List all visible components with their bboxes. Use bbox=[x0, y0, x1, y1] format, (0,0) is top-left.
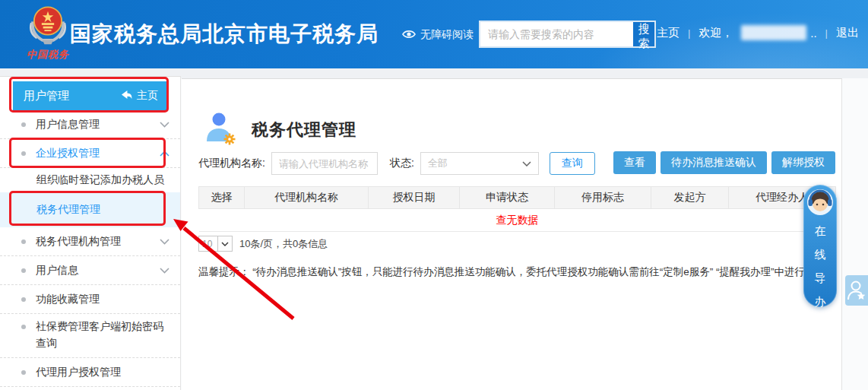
page-title: 税务代理管理 bbox=[252, 119, 356, 141]
sidebar-item-label: 组织临时登记添加办税人员 bbox=[36, 173, 164, 187]
view-button[interactable]: 查看 bbox=[613, 151, 656, 174]
sidebar-item-label: 代理用户授权管理 bbox=[36, 366, 121, 379]
tip-text: 温馨提示： “待办消息推送确认”按钮，只能进行待办消息推送功能确认，委托代理授权… bbox=[198, 265, 806, 279]
logout-link[interactable]: 退出 bbox=[836, 26, 859, 40]
sidebar-item-label: 功能收藏管理 bbox=[36, 293, 100, 306]
bullet-icon bbox=[21, 122, 26, 127]
query-button[interactable]: 查询 bbox=[550, 152, 595, 175]
reply-arrow-icon bbox=[121, 90, 132, 102]
agency-table: 选择 代理机构名称 授权日期 申请状态 停用标志 发起方 代理经办人 查无数据 bbox=[198, 186, 836, 232]
eye-icon bbox=[402, 29, 416, 42]
col-initiator: 发起方 bbox=[651, 187, 729, 209]
sidebar-item-social-insurance-password[interactable]: 社保费管理客户端初始密码查询 bbox=[0, 314, 180, 358]
page-size-select[interactable]: 10 bbox=[198, 236, 233, 252]
sidebar-item-user-info[interactable]: 用户信息 bbox=[0, 256, 180, 285]
col-select: 选择 bbox=[199, 187, 245, 209]
masked-username bbox=[741, 25, 806, 40]
header-search: 搜索 bbox=[479, 21, 656, 48]
sidebar-item-label: 社保费管理客户端初始密码查询 bbox=[36, 319, 169, 351]
col-agency-name: 代理机构名称 bbox=[245, 187, 369, 209]
sidebar-item-label: 税务代理管理 bbox=[36, 203, 100, 217]
main-content: 税务代理管理 代理机构名称: 状态: 全部 查询 查看 待办消息推送确认 解绑授… bbox=[182, 78, 842, 390]
bullet-icon bbox=[21, 268, 26, 273]
chevron-down-icon bbox=[160, 239, 169, 245]
accessibility-label: 无障碍阅读 bbox=[420, 28, 474, 42]
header-bar: 中国税务 国家税务总局北京市电子税务局 无障碍阅读 搜索 主页 | 欢迎， ..… bbox=[0, 0, 868, 68]
col-disabled-flag: 停用标志 bbox=[555, 187, 651, 209]
guide-char: 导 bbox=[815, 271, 826, 286]
bullet-icon bbox=[21, 151, 26, 156]
sidebar-item-temp-registration-add-staff[interactable]: 组织临时登记添加办税人员 bbox=[0, 168, 180, 192]
nav-divider: | bbox=[825, 27, 828, 39]
sidebar-section-user-management[interactable]: 用户管理 主页 bbox=[13, 81, 167, 110]
sidebar-item-tax-agency-management[interactable]: 税务代理管理 bbox=[0, 192, 180, 227]
bullet-icon bbox=[21, 239, 26, 244]
sidebar-item-label: 企业授权管理 bbox=[36, 147, 100, 160]
sidebar-item-label: 用户信息 bbox=[36, 264, 78, 277]
sidebar: 用户管理 主页 用户信息管理 企业授权管理 bbox=[0, 76, 181, 390]
guide-char: 办 bbox=[815, 295, 826, 309]
bullet-icon bbox=[21, 297, 26, 302]
sidebar-item-tax-agency-org-management[interactable]: 税务代理机构管理 bbox=[0, 227, 180, 256]
sidebar-home-link[interactable]: 主页 bbox=[121, 89, 158, 103]
agency-name-label: 代理机构名称: bbox=[198, 157, 265, 170]
guide-char: 线 bbox=[815, 248, 826, 262]
person-gear-icon bbox=[203, 111, 238, 149]
status-label: 状态: bbox=[390, 157, 414, 170]
tax-emblem-icon bbox=[26, 36, 70, 49]
filter-row: 代理机构名称: 状态: 全部 查询 bbox=[198, 151, 595, 176]
unbind-authorization-button[interactable]: 解绑授权 bbox=[771, 151, 835, 174]
bullet-icon bbox=[21, 325, 26, 329]
bullet-icon bbox=[21, 370, 26, 375]
status-select-value: 全部 bbox=[428, 157, 448, 170]
col-application-status: 申请状态 bbox=[460, 187, 555, 209]
app-root: 中国税务 国家税务总局北京市电子税务局 无障碍阅读 搜索 主页 | 欢迎， ..… bbox=[0, 0, 868, 390]
sidebar-home-label: 主页 bbox=[137, 89, 158, 103]
guide-char: 在 bbox=[815, 224, 826, 239]
pending-message-confirm-button[interactable]: 待办消息推送确认 bbox=[661, 151, 767, 174]
page-size-value: 10 bbox=[199, 236, 217, 251]
assistant-avatar-icon bbox=[806, 189, 834, 219]
online-guide-widget[interactable]: 在 线 导 办 bbox=[803, 185, 837, 307]
table-empty-row: 查无数据 bbox=[199, 209, 836, 232]
sidebar-item-agent-user-authorization[interactable]: 代理用户授权管理 bbox=[0, 358, 180, 387]
agency-name-input[interactable] bbox=[271, 152, 378, 175]
sidebar-item-label: 用户信息管理 bbox=[36, 118, 100, 132]
sidebar-item-favorites-management[interactable]: 功能收藏管理 bbox=[0, 285, 180, 314]
chevron-down-icon[interactable] bbox=[217, 236, 232, 251]
chevron-down-icon bbox=[160, 268, 169, 274]
action-buttons: 查看 待办消息推送确认 解绑授权 bbox=[613, 151, 835, 174]
logo-caption: 中国税务 bbox=[15, 48, 81, 62]
page-head: 税务代理管理 bbox=[203, 111, 356, 149]
chevron-down-icon bbox=[522, 161, 531, 166]
status-select[interactable]: 全部 bbox=[420, 152, 539, 175]
welcome-label: 欢迎， bbox=[699, 26, 733, 40]
person-star-icon[interactable] bbox=[845, 275, 868, 306]
guide-divider bbox=[809, 316, 832, 317]
header-nav: 主页 | 欢迎， .. | 退出 bbox=[657, 25, 859, 40]
pagination-summary: 10条/页，共0条信息 bbox=[239, 237, 328, 251]
accessibility-link[interactable]: 无障碍阅读 bbox=[402, 28, 474, 42]
chevron-down-icon bbox=[160, 122, 169, 128]
sidebar-menu: 用户信息管理 企业授权管理 组织临时登记添加办税人员 税务代理管理 税务 bbox=[0, 110, 180, 387]
chevron-up-icon bbox=[160, 151, 169, 157]
search-input[interactable] bbox=[480, 22, 633, 46]
search-button[interactable]: 搜索 bbox=[633, 22, 654, 46]
sidebar-section-title: 用户管理 bbox=[24, 89, 69, 103]
masked-username-suffix: .. bbox=[810, 27, 816, 40]
sidebar-item-enterprise-authorization[interactable]: 企业授权管理 bbox=[0, 139, 180, 168]
sidebar-item-label: 税务代理机构管理 bbox=[36, 235, 121, 249]
sidebar-item-user-info-management[interactable]: 用户信息管理 bbox=[0, 110, 180, 139]
online-guide-label: 在 线 导 办 bbox=[815, 224, 826, 309]
pagination: 10 10条/页，共0条信息 bbox=[198, 236, 328, 252]
nav-divider: | bbox=[688, 27, 690, 39]
empty-data-text: 查无数据 bbox=[199, 209, 836, 232]
col-authorization-date: 授权日期 bbox=[369, 187, 460, 209]
site-title: 国家税务总局北京市电子税务局 bbox=[70, 20, 379, 49]
table-header-row: 选择 代理机构名称 授权日期 申请状态 停用标志 发起方 代理经办人 bbox=[199, 187, 836, 209]
home-link[interactable]: 主页 bbox=[657, 26, 680, 40]
